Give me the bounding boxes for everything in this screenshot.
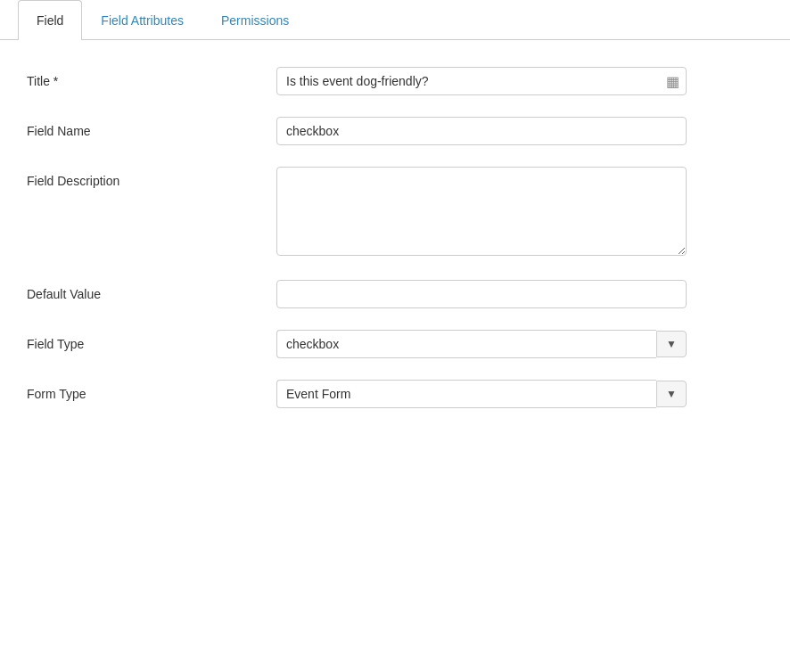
tab-field-attributes-label: Field Attributes xyxy=(101,13,184,28)
tab-permissions[interactable]: Permissions xyxy=(202,0,308,40)
field-type-label: Field Type xyxy=(27,330,276,351)
field-name-row: Field Name xyxy=(27,117,763,145)
form-type-control: Event Form ▼ xyxy=(276,380,687,408)
tab-permissions-label: Permissions xyxy=(221,13,289,28)
tab-field[interactable]: Field xyxy=(18,0,82,40)
title-input[interactable] xyxy=(276,67,687,95)
title-input-wrapper: ▦ xyxy=(276,67,687,95)
title-row: Title * ▦ xyxy=(27,67,763,95)
default-value-label: Default Value xyxy=(27,280,276,301)
field-description-control xyxy=(276,167,687,258)
field-description-textarea[interactable] xyxy=(276,167,687,256)
field-description-row: Field Description xyxy=(27,167,763,258)
field-name-input[interactable] xyxy=(276,117,687,145)
field-type-value: checkbox xyxy=(276,330,656,358)
grid-icon: ▦ xyxy=(666,73,679,90)
field-name-label: Field Name xyxy=(27,117,276,138)
tab-field-label: Field xyxy=(37,13,63,28)
title-label: Title * xyxy=(27,67,276,88)
form-type-select-wrap: Event Form ▼ xyxy=(276,380,687,408)
field-type-row: Field Type checkbox ▼ xyxy=(27,330,763,358)
form-type-dropdown-button[interactable]: ▼ xyxy=(656,381,687,407)
field-type-dropdown-button[interactable]: ▼ xyxy=(656,331,687,357)
form-section: Title * ▦ Field Name Field Description xyxy=(0,67,790,408)
form-type-row: Form Type Event Form ▼ xyxy=(27,380,763,408)
form-type-value: Event Form xyxy=(276,380,656,408)
default-value-input[interactable] xyxy=(276,280,687,308)
field-type-select-wrap: checkbox ▼ xyxy=(276,330,687,358)
main-container: Field Field Attributes Permissions Title… xyxy=(0,0,790,672)
form-type-label: Form Type xyxy=(27,380,276,401)
title-control: ▦ xyxy=(276,67,687,95)
tab-field-attributes[interactable]: Field Attributes xyxy=(82,0,202,40)
tabs-bar: Field Field Attributes Permissions xyxy=(0,0,790,40)
field-name-control xyxy=(276,117,687,145)
default-value-row: Default Value xyxy=(27,280,763,308)
field-description-label: Field Description xyxy=(27,167,276,188)
chevron-down-icon: ▼ xyxy=(666,338,677,350)
chevron-down-icon: ▼ xyxy=(666,388,677,400)
field-type-control: checkbox ▼ xyxy=(276,330,687,358)
default-value-control xyxy=(276,280,687,308)
